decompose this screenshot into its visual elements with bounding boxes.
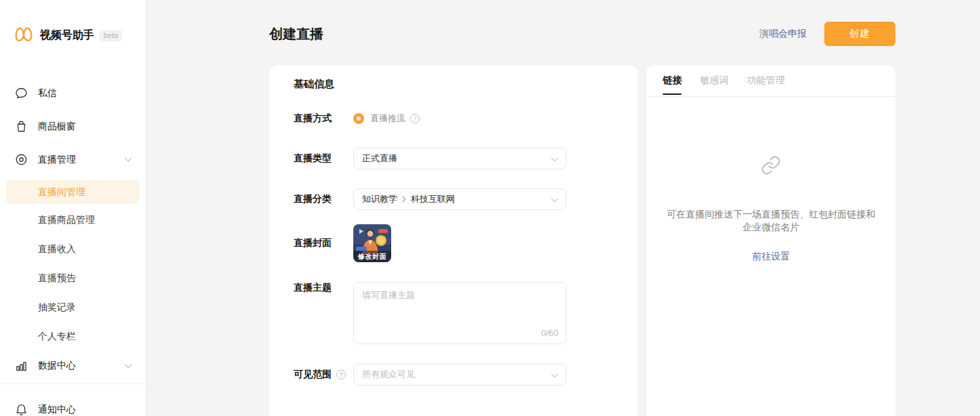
bar-chart-icon <box>15 360 28 373</box>
go-to-settings-link[interactable]: 前往设置 <box>646 251 895 263</box>
live-cover-label: 直播封面 <box>294 237 353 249</box>
sidebar-subitem-live-room-management[interactable]: 直播间管理 <box>6 180 139 204</box>
tab-links[interactable]: 链接 <box>663 65 682 96</box>
sidebar-subitem-live-notice[interactable]: 直播预告 <box>0 264 146 293</box>
sidebar-item-label: 直播管理 <box>38 154 76 166</box>
help-icon[interactable] <box>336 370 346 379</box>
live-category-select[interactable]: 知识教学 科技互联网 <box>353 188 566 210</box>
cover-thumbnail[interactable]: 修改封面 <box>353 224 391 262</box>
live-type-label: 直播类型 <box>294 152 353 165</box>
bell-icon <box>15 403 28 416</box>
header-actions: 演唱会申报 创建 <box>759 22 895 46</box>
sidebar-item-label: 通知中心 <box>38 404 76 416</box>
sidebar-item-notification-center[interactable]: 通知中心 <box>0 393 146 416</box>
live-category-label: 直播分类 <box>294 193 353 205</box>
chain-link-icon <box>761 155 781 175</box>
live-category-row: 直播分类 知识教学 科技互联网 <box>294 188 613 210</box>
live-type-select[interactable]: 正式直播 <box>353 148 566 169</box>
main-area: 创建直播 演唱会申报 创建 基础信息 直播方式 直播推流 直播类型 <box>146 0 980 416</box>
sidebar-item-label: 商品橱窗 <box>38 121 76 133</box>
sidebar-item-product-window[interactable]: 商品橱窗 <box>0 110 146 143</box>
sidebar-item-live-management[interactable]: 直播管理 <box>0 143 146 176</box>
char-counter: 0/60 <box>541 328 558 338</box>
sidebar-item-label: 数据中心 <box>38 360 76 372</box>
category-primary: 知识教学 <box>362 193 397 205</box>
live-type-row: 直播类型 正式直播 <box>294 148 613 169</box>
basic-info-card: 基础信息 直播方式 直播推流 直播类型 正式直播 直播分类 <box>269 65 638 416</box>
panel-tabbar: 链接 敏感词 功能管理 <box>646 65 895 97</box>
sidebar-subitem-live-income[interactable]: 直播收入 <box>0 234 146 264</box>
app-logo[interactable]: 视频号助手 beta <box>0 0 146 45</box>
sidebar-item-label: 私信 <box>38 87 57 100</box>
sidebar-divider <box>0 383 146 384</box>
live-target-icon <box>15 153 28 166</box>
section-title: 基础信息 <box>294 76 613 92</box>
live-topic-row: 直播主题 0/60 <box>294 282 613 344</box>
chevron-down-icon <box>551 157 558 162</box>
beta-badge: beta <box>99 30 122 41</box>
live-type-value: 正式直播 <box>362 152 397 165</box>
chevron-down-icon <box>125 157 132 162</box>
channels-logo-icon <box>14 25 34 45</box>
help-icon[interactable] <box>410 114 420 123</box>
visibility-select[interactable]: 所有观众可见 <box>353 364 566 386</box>
chat-bubble-icon <box>15 87 28 100</box>
empty-description: 可在直播间推送下一场直播预告、红包封面链接和企业微信名片 <box>665 208 876 234</box>
app-name: 视频号助手 <box>40 28 94 43</box>
visibility-value: 所有观众可见 <box>362 369 415 381</box>
live-topic-label: 直播主题 <box>294 282 353 294</box>
change-cover-button[interactable]: 修改封面 <box>353 251 391 262</box>
live-mode-value: 直播推流 <box>370 112 405 125</box>
chevron-right-icon <box>401 196 407 203</box>
tab-feature-management[interactable]: 功能管理 <box>747 65 784 96</box>
visibility-label-text: 可见范围 <box>294 369 332 381</box>
page-header: 创建直播 演唱会申报 创建 <box>269 0 895 65</box>
live-cover-row: 直播封面 <box>294 224 613 262</box>
sidebar-item-messages[interactable]: 私信 <box>0 77 146 110</box>
chevron-down-icon <box>551 373 558 378</box>
sidebar: 视频号助手 beta 私信 商品橱窗 直播管理 <box>0 0 146 416</box>
radio-selected-icon[interactable] <box>353 113 364 124</box>
sidebar-subitem-live-goods-management[interactable]: 直播商品管理 <box>0 205 146 234</box>
tab-sensitive-words[interactable]: 敏感词 <box>700 65 728 96</box>
live-topic-input[interactable] <box>353 282 566 344</box>
category-secondary: 科技互联网 <box>411 193 455 205</box>
sidebar-subitem-personal-column[interactable]: 个人专栏 <box>0 322 146 351</box>
page-title: 创建直播 <box>269 24 324 43</box>
chevron-down-icon <box>125 364 132 369</box>
sidebar-item-data-center[interactable]: 数据中心 <box>0 351 146 381</box>
concert-apply-link[interactable]: 演唱会申报 <box>759 28 807 40</box>
links-empty-state: 可在直播间推送下一场直播预告、红包封面链接和企业微信名片 前往设置 <box>646 97 895 263</box>
create-button[interactable]: 创建 <box>824 22 895 46</box>
live-mode-label: 直播方式 <box>294 112 353 125</box>
visibility-row: 可见范围 所有观众可见 <box>294 364 613 386</box>
sidebar-nav: 私信 商品橱窗 直播管理 直播间管理 直播商品管理 直播收入 直播预告 抽奖记录… <box>0 77 146 416</box>
visibility-label: 可见范围 <box>294 369 353 381</box>
shopping-bag-icon <box>15 120 28 133</box>
links-panel: 链接 敏感词 功能管理 可在直播间推送下一场直播预告、红包封面链接和企业微信名片… <box>646 65 895 416</box>
live-mode-row: 直播方式 直播推流 <box>294 112 613 125</box>
sidebar-subitem-lottery-records[interactable]: 抽奖记录 <box>0 293 146 322</box>
chevron-down-icon <box>551 198 558 203</box>
